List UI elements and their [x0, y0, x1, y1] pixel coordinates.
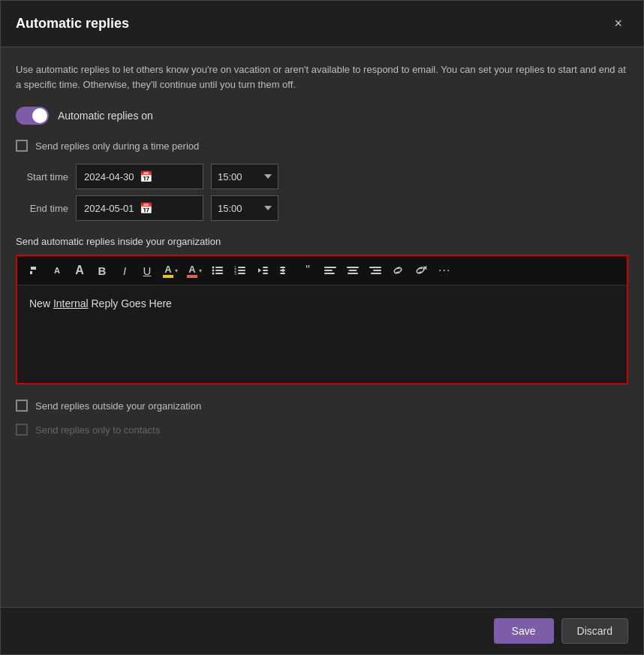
automatic-replies-dialog: Automatic replies × Use automatic replie… [0, 0, 644, 655]
editor-toolbar: A A B I U A ▾ [17, 256, 627, 285]
time-grid: Start time 2024-04-30 📅 15:00 16:00 End … [16, 164, 628, 221]
end-time-label: End time [16, 203, 68, 214]
font-color-chevron-icon: ▾ [199, 267, 202, 274]
svg-rect-13 [263, 270, 268, 271]
font-size-small-button[interactable]: A [47, 261, 67, 280]
close-button[interactable]: × [608, 13, 628, 35]
save-button[interactable]: Save [494, 618, 554, 644]
svg-rect-17 [280, 273, 285, 274]
automatic-replies-toggle[interactable] [16, 107, 49, 125]
svg-point-2 [212, 270, 215, 272]
calendar-icon-start: 📅 [140, 171, 195, 183]
editor-container: A A B I U A ▾ [16, 255, 628, 385]
insert-link-button[interactable] [388, 261, 408, 280]
toggle-knob [32, 108, 47, 123]
underline-button[interactable]: U [137, 261, 157, 280]
editor-underlined: Internal [53, 297, 89, 309]
format-paint-button[interactable] [25, 261, 44, 280]
font-size-large-button[interactable]: A [70, 261, 89, 280]
svg-rect-16 [280, 270, 285, 271]
highlight-chevron-icon: ▾ [175, 267, 178, 274]
align-left-button[interactable] [320, 261, 340, 280]
svg-rect-24 [369, 267, 381, 268]
svg-rect-19 [324, 270, 333, 271]
end-date-input[interactable]: 2024-05-01 📅 [76, 195, 203, 221]
contacts-only-row: Send replies only to contacts [16, 424, 628, 436]
time-period-checkbox[interactable] [16, 140, 28, 152]
editor-prefix: New [29, 297, 53, 309]
dialog-header: Automatic replies × [1, 1, 643, 47]
svg-rect-15 [280, 267, 285, 268]
svg-rect-26 [371, 273, 381, 274]
svg-rect-7 [238, 267, 245, 268]
end-time-select[interactable]: 15:00 16:00 [211, 195, 278, 221]
svg-rect-20 [324, 273, 335, 274]
outside-org-row: Send replies outside your organization [16, 400, 628, 412]
start-time-row: Start time 2024-04-30 📅 15:00 16:00 [16, 164, 628, 189]
svg-rect-18 [324, 267, 336, 268]
outside-org-label: Send replies outside your organization [35, 400, 201, 412]
internal-section-title: Send automatic replies inside your organ… [16, 236, 628, 247]
svg-rect-22 [349, 270, 357, 271]
time-period-label: Send replies only during a time period [35, 140, 199, 152]
bold-button[interactable]: B [92, 261, 112, 280]
start-date-value: 2024-04-30 [84, 171, 140, 183]
svg-rect-5 [215, 273, 223, 274]
blockquote-button[interactable]: " [298, 261, 317, 280]
svg-rect-3 [215, 270, 223, 271]
start-date-input[interactable]: 2024-04-30 📅 [76, 164, 203, 189]
toggle-label: Automatic replies on [58, 110, 153, 122]
font-color-button[interactable]: A ▾ [184, 261, 205, 280]
align-center-button[interactable] [343, 261, 363, 280]
increase-indent-button[interactable] [275, 261, 295, 280]
start-time-label: Start time [16, 171, 68, 183]
calendar-icon-end: 📅 [140, 202, 195, 214]
numbered-list-button[interactable]: 1.2.3. [230, 261, 250, 280]
svg-rect-1 [215, 267, 223, 268]
start-time-select[interactable]: 15:00 16:00 [211, 164, 278, 189]
highlight-color-button[interactable]: A ▾ [160, 261, 181, 280]
remove-link-button[interactable] [411, 261, 432, 280]
svg-rect-21 [347, 267, 359, 268]
svg-point-0 [212, 267, 215, 269]
align-right-button[interactable] [366, 261, 385, 280]
contacts-only-checkbox[interactable] [16, 424, 28, 436]
more-options-button[interactable]: ··· [435, 261, 454, 280]
italic-button[interactable]: I [115, 261, 134, 280]
svg-rect-9 [238, 270, 245, 271]
dialog-title: Automatic replies [16, 16, 129, 32]
bullet-list-button[interactable] [208, 261, 227, 280]
editor-suffix: Reply Goes Here [89, 297, 172, 309]
svg-text:3.: 3. [234, 271, 237, 276]
dialog-body: Use automatic replies to let others know… [1, 47, 643, 607]
decrease-indent-button[interactable] [253, 261, 272, 280]
svg-rect-14 [263, 273, 268, 274]
dialog-footer: Save Discard [1, 607, 643, 654]
automatic-replies-toggle-row: Automatic replies on [16, 107, 628, 125]
editor-content[interactable]: New Internal Reply Goes Here [17, 285, 627, 383]
svg-rect-25 [373, 270, 381, 271]
end-time-row: End time 2024-05-01 📅 15:00 16:00 [16, 195, 628, 221]
time-period-row: Send replies only during a time period [16, 140, 628, 152]
svg-point-4 [212, 273, 215, 275]
svg-rect-23 [348, 273, 358, 274]
end-date-value: 2024-05-01 [84, 203, 140, 214]
outside-org-checkbox[interactable] [16, 400, 28, 412]
svg-rect-11 [238, 273, 245, 274]
description-text: Use automatic replies to let others know… [16, 62, 628, 92]
contacts-only-label: Send replies only to contacts [35, 424, 160, 436]
discard-button[interactable]: Discard [561, 618, 628, 644]
svg-rect-12 [263, 267, 268, 268]
